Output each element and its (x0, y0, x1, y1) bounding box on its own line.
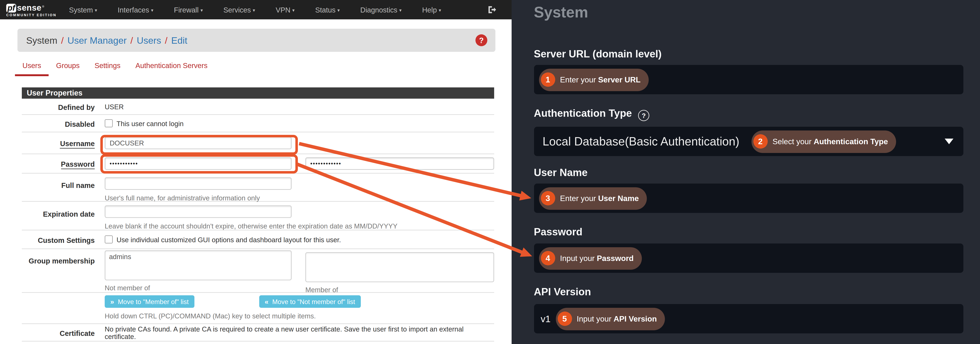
authentication-type-heading: Authentication Type? (534, 107, 649, 120)
nav-item-diagnostics[interactable]: Diagnostics▾ (360, 6, 402, 14)
logo-sense: sense (17, 3, 41, 12)
full-name-input[interactable] (105, 177, 292, 190)
user-properties-panel: User Properties Defined by USER Disabled… (22, 87, 494, 341)
breadcrumb-user-manager[interactable]: User Manager (67, 35, 127, 46)
tab-groups[interactable]: Groups (49, 62, 87, 76)
nav-item-services[interactable]: Services▾ (223, 6, 255, 14)
authentication-type-select[interactable]: Local Database(Basic Authentication) 2 S… (534, 127, 963, 156)
disabled-row: Disabled This user cannot login (22, 115, 494, 132)
breadcrumb-separator: / (165, 35, 168, 46)
nav-item-interfaces[interactable]: Interfaces▾ (118, 6, 153, 14)
move-to-not-member-of-button[interactable]: « Move to "Not member of" list (259, 295, 361, 308)
expiration-date-row: Expiration date Leave blank if the accou… (22, 202, 494, 230)
not-member-of-select[interactable]: admins (105, 250, 292, 280)
double-chevron-right-icon: » (110, 298, 114, 305)
disabled-label: Disabled (65, 120, 95, 128)
chevron-down-icon: ▾ (292, 7, 294, 13)
password-confirm-input[interactable] (305, 157, 494, 170)
registered-mark: ® (42, 5, 44, 8)
tab-bar: Users Groups Settings Authentication Ser… (15, 62, 215, 76)
question-mark-icon[interactable]: ? (638, 110, 649, 121)
step-2-badge: 2 (753, 134, 767, 149)
breadcrumb-separator: / (61, 35, 64, 46)
breadcrumb-system: System (26, 35, 57, 46)
step-4-pill: 4 Input your Password (539, 247, 642, 269)
step-5-badge: 5 (557, 312, 572, 326)
user-name-heading: User Name (534, 167, 588, 179)
step-1-text: Enter your (560, 75, 598, 84)
api-version-value: v1 (541, 314, 550, 324)
username-input[interactable] (105, 137, 292, 149)
api-version-field[interactable]: v1 5 Input your API Version (534, 304, 963, 333)
breadcrumb: System / User Manager / Users / Edit ? (18, 29, 495, 52)
chevron-down-icon: ▾ (439, 7, 441, 13)
step-1-text-bold: Server URL (598, 75, 640, 84)
nav-item-status[interactable]: Status▾ (315, 6, 340, 14)
nav-menu: System▾ Interfaces▾ Firewall▾ Services▾ … (69, 6, 461, 14)
step-3-pill: 3 Enter your User Name (539, 187, 647, 210)
guide-title: System (534, 4, 588, 21)
tab-users[interactable]: Users (15, 62, 49, 76)
expiration-date-helper: Leave blank if the account shouldn't exp… (105, 222, 398, 230)
breadcrumb-edit[interactable]: Edit (171, 35, 187, 46)
step-3-text-bold: User Name (598, 194, 639, 203)
certificate-label: Certificate (60, 330, 95, 337)
api-version-heading: API Version (534, 286, 591, 298)
password-field[interactable]: 4 Input your Password (534, 243, 963, 273)
group-membership-row: Group membership admins Not member of Me… (22, 249, 494, 293)
group-option-admins[interactable]: admins (109, 253, 287, 260)
user-name-field[interactable]: 3 Enter your User Name (534, 184, 963, 213)
nav-item-help[interactable]: Help▾ (422, 6, 441, 14)
setup-guide-panel: System Server URL (domain level) 1 Enter… (511, 0, 980, 344)
chevron-down-icon: ▾ (399, 7, 401, 13)
step-2-text: Select your (773, 137, 814, 146)
pfsense-app: pf sense ® COMMUNITY EDITION System▾ Int… (0, 0, 511, 344)
chevron-down-icon: ▾ (200, 7, 203, 13)
defined-by-value: USER (105, 103, 124, 110)
step-5-text: Input your (577, 314, 614, 323)
tab-settings[interactable]: Settings (87, 62, 128, 76)
multi-select-helper: Hold down CTRL (PC)/COMMAND (Mac) key to… (105, 312, 316, 320)
password-heading: Password (534, 226, 582, 238)
chevron-down-icon: ▾ (337, 7, 340, 13)
disabled-checkbox[interactable] (105, 119, 113, 127)
breadcrumb-users[interactable]: Users (137, 35, 161, 46)
password-row: Password (22, 154, 494, 174)
logout-icon[interactable] (487, 5, 496, 17)
chevron-down-icon: ▾ (95, 7, 97, 13)
step-3-text: Enter your (560, 194, 598, 203)
nav-item-firewall[interactable]: Firewall▾ (174, 6, 203, 14)
nav-item-vpn[interactable]: VPN▾ (276, 6, 294, 14)
step-4-badge: 4 (541, 251, 555, 266)
password-input[interactable] (105, 157, 292, 170)
authentication-type-value: Local Database(Basic Authentication) (542, 134, 739, 148)
member-of-select[interactable] (305, 252, 494, 282)
dropdown-caret-icon (945, 139, 953, 144)
member-of-caption: Member of (305, 286, 494, 293)
expiration-date-input[interactable] (105, 205, 292, 218)
top-navbar: pf sense ® COMMUNITY EDITION System▾ Int… (0, 0, 511, 19)
move-to-member-of-label: Move to "Member of" list (118, 298, 189, 305)
not-member-of-caption: Not member of (105, 284, 292, 291)
move-to-not-member-of-label: Move to "Not member of" list (272, 298, 355, 305)
full-name-label: Full name (61, 182, 95, 189)
tab-authentication-servers[interactable]: Authentication Servers (128, 62, 215, 76)
step-5-text-bold: API Version (614, 314, 657, 323)
pfsense-logo[interactable]: pf sense ® COMMUNITY EDITION (6, 3, 57, 17)
chevron-down-icon: ▾ (253, 7, 255, 13)
disabled-checkbox-label: This user cannot login (116, 120, 184, 127)
help-icon[interactable]: ? (476, 34, 487, 46)
username-label: Username (60, 140, 95, 149)
defined-by-label: Defined by (58, 104, 95, 111)
server-url-heading: Server URL (domain level) (534, 48, 662, 60)
group-membership-label: Group membership (29, 257, 95, 265)
step-3-badge: 3 (541, 191, 555, 205)
custom-settings-checkbox[interactable] (105, 235, 113, 243)
nav-item-system[interactable]: System▾ (69, 6, 97, 14)
breadcrumb-separator: / (130, 35, 133, 46)
certificate-row: Certificate No private CAs found. A priv… (22, 324, 494, 341)
expiration-date-label: Expiration date (43, 210, 95, 218)
custom-settings-label: Custom Settings (38, 237, 95, 244)
server-url-field[interactable]: 1 Enter your Server URL (534, 65, 963, 94)
move-to-member-of-button[interactable]: » Move to "Member of" list (105, 295, 194, 308)
